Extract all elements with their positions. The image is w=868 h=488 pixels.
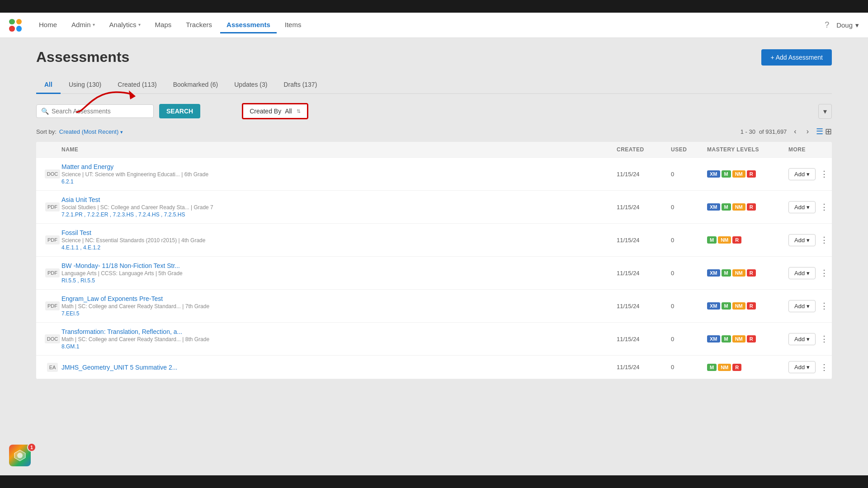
created-by-dropdown[interactable]: Created By All ⇅: [242, 103, 308, 119]
more-button-2[interactable]: ⋮: [817, 201, 831, 213]
badge-nm-2: NM: [732, 203, 745, 211]
row-name-col-2: Asia Unit Test Social Studies | SC: Coll…: [61, 196, 617, 218]
row-actions-6: Add ▾ ⋮: [788, 333, 825, 345]
user-name: Doug: [836, 21, 853, 29]
add-arrow-icon-5: ▾: [807, 303, 810, 310]
help-icon[interactable]: ?: [825, 20, 829, 30]
row-actions-1: Add ▾ ⋮: [788, 168, 825, 180]
top-navigation: Home Admin ▾ Analytics ▾ Maps Trackers A…: [0, 13, 868, 38]
add-arrow-icon-4: ▾: [807, 270, 810, 277]
assessment-name-link-1[interactable]: Matter and Energy: [61, 163, 617, 170]
badge-m-2: M: [722, 203, 731, 211]
nav-maps[interactable]: Maps: [149, 17, 178, 33]
badge-m-3: M: [707, 236, 717, 244]
badge-m-5: M: [722, 302, 731, 310]
nav-trackers[interactable]: Trackers: [179, 17, 218, 33]
nav-right: ? Doug ▾: [825, 20, 859, 30]
more-button-6[interactable]: ⋮: [817, 333, 831, 345]
assessment-name-link-3[interactable]: Fossil Test: [61, 229, 617, 236]
row-actions-7: Add ▾ ⋮: [788, 361, 825, 373]
add-button-3[interactable]: Add ▾: [788, 234, 816, 246]
tab-bookmarked[interactable]: Bookmarked (6): [165, 76, 226, 94]
badge-xm-4: XM: [707, 269, 720, 277]
logo-dot-3: [9, 26, 15, 32]
badge-nm-6: NM: [732, 335, 745, 343]
row-badges-4: XM M NM R: [707, 269, 788, 277]
add-arrow-icon-6: ▾: [807, 336, 810, 343]
analytics-arrow-icon: ▾: [138, 22, 141, 27]
search-button[interactable]: SEARCH: [159, 104, 200, 118]
grid-view-icon[interactable]: ⊞: [825, 127, 832, 136]
row-name-col-7: JMHS_Geometry_UNIT 5 Summative 2...: [61, 364, 617, 371]
badge-m-4: M: [722, 269, 731, 277]
logo-dots: [9, 19, 22, 32]
table-row: DOC Transformation: Translation, Reflect…: [36, 323, 832, 356]
add-button-7[interactable]: Add ▾: [788, 361, 816, 373]
nav-analytics[interactable]: Analytics ▾: [103, 17, 147, 33]
filter-expand-button[interactable]: ▾: [818, 104, 832, 119]
row-date-7: 11/15/24: [617, 364, 671, 371]
row-meta-2: Social Studies | SC: College and Career …: [61, 204, 617, 211]
add-assessment-button[interactable]: + Add Assessment: [761, 49, 832, 66]
created-by-value: All: [285, 108, 292, 115]
assessment-name-link-4[interactable]: BW -Monday- 11/18 Non-Fiction Text Str..…: [61, 262, 617, 269]
next-page-button[interactable]: ›: [804, 127, 811, 136]
more-button-3[interactable]: ⋮: [817, 234, 831, 246]
prev-page-button[interactable]: ‹: [791, 127, 799, 136]
logo-dot-2: [16, 19, 22, 25]
tab-created[interactable]: Created (113): [109, 76, 165, 94]
row-badges-3: M NM R: [707, 236, 788, 244]
nav-admin[interactable]: Admin ▾: [65, 17, 101, 33]
pagination-total: of 931,697: [759, 128, 787, 135]
col-name: NAME: [61, 146, 617, 153]
add-button-2[interactable]: Add ▾: [788, 201, 816, 213]
pagination-range: 1 - 30: [741, 128, 755, 135]
nav-home[interactable]: Home: [33, 17, 63, 33]
row-badges-2: XM M NM R: [707, 203, 788, 211]
assessments-table: NAME CREATED USED MASTERY LEVELS MORE DO…: [36, 142, 832, 379]
table-row: PDF Fossil Test Science | NC: Essential …: [36, 224, 832, 257]
row-used-5: 0: [671, 303, 707, 310]
add-button-5[interactable]: Add ▾: [788, 300, 816, 312]
row-date-1: 11/15/24: [617, 171, 671, 178]
more-button-7[interactable]: ⋮: [817, 361, 831, 373]
view-icons: ☰ ⊞: [816, 127, 832, 136]
add-button-4[interactable]: Add ▾: [788, 267, 816, 279]
sort-selector[interactable]: Created (Most Recent) ▾: [59, 128, 123, 135]
user-menu[interactable]: Doug ▾: [836, 21, 859, 29]
tabs-container: All Using (130) Created (113) Bookmarked…: [36, 76, 832, 94]
floating-badge[interactable]: 1: [9, 445, 34, 470]
list-view-icon[interactable]: ☰: [816, 127, 823, 136]
row-badges-6: XM M NM R: [707, 335, 788, 343]
assessment-name-link-2[interactable]: Asia Unit Test: [61, 196, 617, 203]
search-input[interactable]: [52, 108, 149, 115]
nav-items-menu[interactable]: Items: [278, 17, 308, 33]
add-arrow-icon-2: ▾: [807, 204, 810, 211]
nav-assessments[interactable]: Assessments: [220, 17, 277, 33]
row-badges-1: XM M NM R: [707, 170, 788, 178]
search-box: 🔍: [36, 104, 154, 118]
sort-prefix: Sort by:: [36, 128, 57, 135]
page-header: Assessments + Add Assessment: [36, 49, 832, 66]
tab-using[interactable]: Using (130): [61, 76, 109, 94]
row-standards-1: 6.2.1: [61, 178, 617, 185]
add-button-1[interactable]: Add ▾: [788, 168, 816, 180]
assessment-name-link-5[interactable]: Engram_Law of Exponents Pre-Test: [61, 295, 617, 302]
more-button-1[interactable]: ⋮: [817, 168, 831, 180]
table-header: NAME CREATED USED MASTERY LEVELS MORE: [36, 142, 832, 158]
logo[interactable]: [9, 19, 22, 32]
tab-drafts[interactable]: Drafts (137): [275, 76, 325, 94]
row-used-3: 0: [671, 237, 707, 244]
more-button-5[interactable]: ⋮: [817, 300, 831, 312]
assessment-name-link-7[interactable]: JMHS_Geometry_UNIT 5 Summative 2...: [61, 364, 617, 371]
tab-all[interactable]: All: [36, 76, 61, 94]
tab-updates[interactable]: Updates (3): [226, 76, 275, 94]
add-button-6[interactable]: Add ▾: [788, 333, 816, 345]
assessment-name-link-6[interactable]: Transformation: Translation, Reflection,…: [61, 328, 617, 335]
add-arrow-icon-3: ▾: [807, 237, 810, 244]
badge-xm-6: XM: [707, 335, 720, 343]
more-button-4[interactable]: ⋮: [817, 267, 831, 279]
row-standards-2: 7.2.1.PR , 7.2.2.ER , 7.2.3.HS , 7.2.4.H…: [61, 211, 617, 218]
row-meta-6: Math | SC: College and Career Ready Stan…: [61, 336, 617, 343]
row-date-6: 11/15/24: [617, 336, 671, 343]
